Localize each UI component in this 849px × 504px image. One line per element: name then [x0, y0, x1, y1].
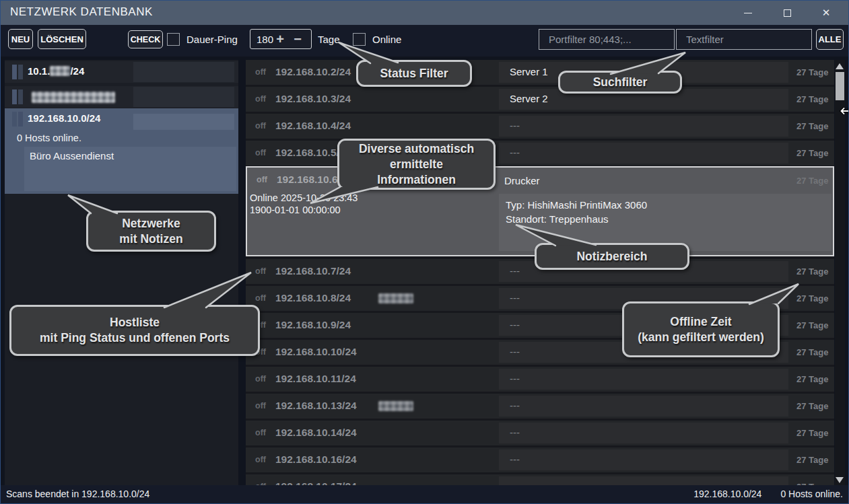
ping-status: off: [255, 428, 266, 437]
auto-detected-info: Online 2025-10-30 23:431900-01-01 00:00:…: [250, 192, 358, 216]
offline-days: 27 Tage: [796, 347, 828, 357]
callout-notizbereich: Notizbereich: [535, 243, 689, 270]
host-note-text: ---: [510, 120, 520, 131]
network-item-selected[interactable]: 192.168.10.0/24 0 Hosts online. Büro Aus…: [5, 108, 238, 194]
offline-days: 27 Tage: [796, 94, 828, 104]
statusbar-right: 192.168.10.0/240 Hosts online.: [675, 489, 843, 499]
ping-status: off: [255, 266, 266, 276]
ping-status: off: [255, 121, 266, 131]
obscured-ports: [378, 401, 413, 411]
minimize-button[interactable]: [733, 1, 763, 25]
scrollbar-thumb[interactable]: [836, 72, 844, 100]
current-network: 192.168.10.0/24: [693, 489, 761, 499]
host-note-cell[interactable]: ---: [499, 396, 788, 417]
host-ip: 192.168.10.2/24: [275, 66, 351, 78]
host-note-text: ---: [510, 292, 520, 303]
check-button[interactable]: CHECK: [128, 30, 163, 48]
host-row[interactable]: off 192.168.10.5/24 --- 27 Tage: [246, 141, 834, 166]
offline-days: 27 Tage: [796, 320, 828, 330]
host-note-text: ---: [510, 346, 520, 357]
scroll-down-icon[interactable]: [836, 477, 844, 483]
host-ip: 192.168.10.13/24: [275, 400, 357, 412]
ping-status: off: [255, 94, 266, 104]
statusbar: Scans beendet in 192.168.10.0/24 192.168…: [1, 485, 848, 503]
host-note-text: ---: [510, 147, 520, 158]
days-value: 180: [257, 34, 273, 45]
host-list: off 192.168.10.2/24 Server 1 27 Tage off…: [246, 60, 834, 487]
increment-button[interactable]: +: [272, 30, 288, 48]
obscured-ports: [378, 293, 413, 303]
offline-days: 27 Tage: [796, 293, 828, 303]
host-note-cell[interactable]: ---: [499, 423, 788, 443]
host-note-cell[interactable]: ---: [499, 116, 788, 137]
loeschen-button[interactable]: LÖSCHEN: [38, 29, 86, 49]
network-note-cell[interactable]: [133, 87, 234, 107]
host-row[interactable]: off 192.168.10.14/24 --- 27 Tage: [246, 421, 834, 445]
host-note-text: ---: [510, 265, 520, 277]
host-note-text: ---: [510, 454, 520, 465]
host-ip: 192.168.10.3/24: [275, 93, 351, 105]
host-note-text: ---: [510, 427, 520, 438]
host-note-cell[interactable]: ---: [499, 143, 788, 164]
host-row[interactable]: off 192.168.10.16/24 --- 27 Tage: [246, 447, 834, 472]
offline-days: 27 Tage: [796, 401, 828, 411]
offline-days: 27 Tage: [796, 266, 828, 277]
offline-days: 27 Tage: [796, 455, 828, 465]
host-note-cell[interactable]: ---: [499, 449, 788, 470]
decrement-button[interactable]: −: [290, 30, 306, 48]
hosts-online-count: 0 Hosts online.: [780, 489, 843, 499]
alle-button[interactable]: ALLE: [816, 29, 844, 50]
close-button[interactable]: ✕: [811, 1, 842, 25]
online-label: Online: [372, 34, 401, 45]
host-ip: 192.168.10.16/24: [275, 454, 357, 466]
neu-button[interactable]: NEU: [8, 29, 33, 49]
callout-netzwerke-mit-notizen: Netzwerke mit Notizen: [86, 211, 216, 252]
textfilter-input[interactable]: [676, 29, 812, 50]
host-note-text: ---: [510, 400, 520, 411]
ping-status: off: [257, 175, 267, 184]
maximize-icon: [784, 9, 791, 17]
network-item-2[interactable]: [5, 86, 238, 108]
host-row[interactable]: off 192.168.10.11/24 --- 27 Tage: [246, 367, 834, 392]
offline-days: 27 Tage: [796, 67, 828, 77]
host-note-text: Server 1: [510, 66, 548, 77]
callout-offline-zeit: Offline Zeit (kann gefiltert werden): [622, 301, 780, 357]
host-row[interactable]: off 192.168.10.4/24 --- 27 Tage: [246, 114, 834, 139]
scan-status-text: Scans beendet in 192.168.10.0/24: [6, 489, 149, 499]
toolbar: NEU LÖSCHEN CHECK Dauer-Ping 180 + − Tag…: [1, 25, 848, 57]
host-row[interactable]: off 192.168.10.13/24 --- 27 Tage: [246, 394, 834, 419]
offline-days: 27 Tage: [796, 121, 828, 131]
ping-status: off: [255, 374, 266, 384]
callout-hostliste: Hostliste mit Ping Status und offenen Po…: [9, 305, 260, 356]
host-list-scrollbar[interactable]: [835, 60, 845, 487]
maximize-button[interactable]: [772, 1, 803, 25]
host-ip: 192.168.10.7/24: [275, 265, 351, 277]
host-ip: 192.168.10.4/24: [275, 120, 351, 132]
host-note-text: ---: [510, 373, 520, 384]
host-note-text: Server 2: [510, 93, 548, 104]
network-note-cell[interactable]: [133, 62, 234, 82]
network-note-cell[interactable]: [133, 114, 234, 130]
online-checkbox[interactable]: [353, 33, 366, 46]
window-title: NETZWERK DATENBANK: [10, 5, 153, 19]
host-ip: 192.168.10.9/24: [275, 319, 351, 331]
tage-label: Tage: [318, 34, 340, 45]
host-ip: 192.168.10.11/24: [275, 373, 356, 385]
host-ip: 192.168.10.8/24: [275, 292, 351, 304]
ping-status: off: [255, 293, 266, 303]
host-note-cell[interactable]: ---: [499, 369, 788, 390]
offline-days: 27 Tage: [796, 428, 828, 438]
obscured-network-name: [32, 92, 115, 103]
host-row[interactable]: off 192.168.10.2/24 Server 1 27 Tage: [246, 60, 834, 85]
network-list: 10.1./24 192.168.10.0/24 0 Hosts online.…: [5, 60, 238, 487]
days-spinner[interactable]: 180 + −: [250, 29, 312, 49]
portfilter-input[interactable]: [539, 29, 675, 50]
scroll-up-icon[interactable]: [836, 63, 844, 69]
host-row[interactable]: off 192.168.10.3/24 Server 2 27 Tage: [246, 87, 834, 112]
network-note-area[interactable]: Büro Aussendienst: [24, 147, 236, 191]
network-name: 10.1./24: [28, 65, 84, 77]
dauer-ping-checkbox[interactable]: [167, 33, 180, 46]
obscured-text: [50, 66, 70, 76]
network-item-1[interactable]: 10.1./24: [5, 61, 238, 83]
close-icon: ✕: [822, 7, 831, 19]
